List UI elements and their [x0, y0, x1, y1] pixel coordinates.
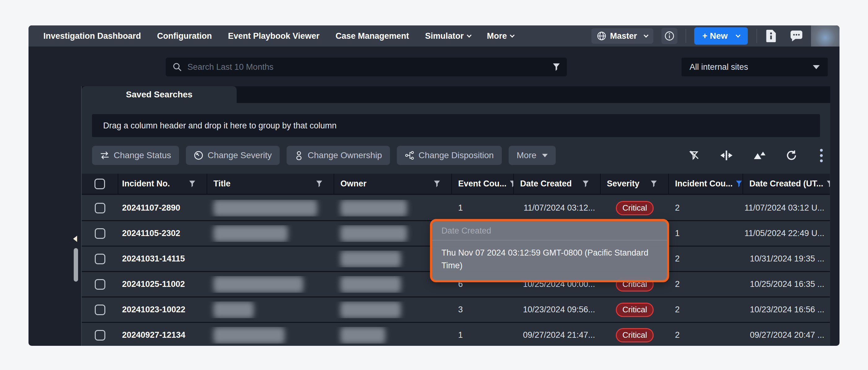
incident-number-cell[interactable]: 20241105-2302 [118, 229, 207, 238]
global-search [166, 58, 567, 76]
incident-number-cell[interactable]: 20240927-12134 [118, 330, 207, 340]
table-row[interactable]: 20241107-2890 1 11/07/2024 03:12... Crit… [82, 196, 830, 221]
row-checkbox[interactable] [95, 305, 105, 315]
chevron-down-icon [467, 33, 472, 37]
filter-icon[interactable] [509, 180, 514, 188]
table-row[interactable]: 20240927-12134 1 09/27/2024 21:47... Cri… [82, 323, 830, 346]
chevron-down-icon [736, 33, 741, 37]
site-filter-dropdown[interactable]: All internal sites [682, 58, 828, 76]
date-created-utc-cell: 10/31/2024 19:35 ... [743, 254, 830, 264]
search-icon [173, 62, 182, 72]
change-severity-button[interactable]: Change Severity [186, 146, 280, 165]
nav-investigation-dashboard[interactable]: Investigation Dashboard [43, 31, 141, 41]
master-tenant-dropdown[interactable]: Master [591, 28, 653, 44]
user-avatar[interactable] [811, 25, 839, 47]
info-button[interactable] [661, 28, 678, 44]
page-background: Investigation Dashboard Configuration Ev… [0, 0, 868, 370]
new-button[interactable]: + New [694, 27, 748, 45]
incident-number-cell[interactable]: 20241025-11002 [118, 279, 207, 289]
row-checkbox[interactable] [95, 254, 105, 264]
nav-case-management[interactable]: Case Management [336, 31, 409, 41]
nav-label: Investigation Dashboard [43, 31, 141, 41]
navbar-right-cluster: Master + New [591, 25, 839, 47]
incident-count-cell: 2 [669, 305, 743, 314]
nav-configuration[interactable]: Configuration [157, 31, 212, 41]
kebab-menu-icon[interactable] [817, 148, 825, 164]
title-cell [207, 225, 334, 242]
column-resize-icon[interactable] [720, 150, 733, 161]
redacted-title [213, 225, 288, 242]
top-navbar: Investigation Dashboard Configuration Ev… [29, 25, 839, 47]
column-header-severity[interactable]: Severity [601, 174, 669, 194]
button-label: More [517, 150, 536, 160]
saved-searches-panel: Saved Searches Drag a column header and … [81, 86, 830, 346]
column-header-title[interactable]: Title [207, 174, 334, 194]
clear-filter-icon[interactable] [689, 150, 700, 161]
document-info-icon[interactable] [766, 30, 776, 42]
search-filter-icon[interactable] [553, 63, 560, 71]
table-header: Incident No. Title Owner Event Cou... Da… [82, 174, 830, 195]
column-label: Date Created [520, 179, 572, 189]
button-label: Change Status [114, 150, 171, 160]
refresh-icon[interactable] [786, 150, 797, 161]
redacted-owner [340, 200, 407, 217]
filter-icon[interactable] [827, 180, 830, 188]
filter-icon[interactable] [434, 180, 440, 188]
nav-simulator[interactable]: Simulator [425, 31, 471, 41]
checkbox-cell [82, 254, 118, 264]
nav-label: Event Playbook Viewer [228, 31, 319, 41]
group-by-dropzone[interactable]: Drag a column header and drop it here to… [92, 114, 820, 137]
column-header-incident-no[interactable]: Incident No. [118, 174, 207, 194]
title-cell [207, 302, 334, 318]
nav-more[interactable]: More [487, 31, 514, 41]
change-status-button[interactable]: Change Status [92, 146, 179, 165]
filter-icon[interactable] [582, 180, 589, 188]
row-checkbox[interactable] [95, 330, 105, 341]
vertical-scrollbar-thumb[interactable] [74, 248, 78, 282]
row-checkbox[interactable] [95, 203, 105, 214]
filter-icon[interactable] [189, 180, 195, 188]
filter-icon[interactable] [316, 180, 322, 188]
column-header-date-created[interactable]: Date Created [514, 174, 601, 194]
nav-event-playbook-viewer[interactable]: Event Playbook Viewer [228, 31, 319, 41]
redacted-owner [340, 225, 407, 242]
change-ownership-button[interactable]: Change Ownership [286, 146, 390, 165]
flow-icon [405, 151, 414, 160]
main-nav: Investigation Dashboard Configuration Ev… [29, 31, 514, 41]
incident-count-cell: 2 [669, 254, 743, 264]
collapse-arrow-icon[interactable] [73, 236, 77, 242]
active-filter-icon[interactable] [736, 180, 742, 188]
incident-number-cell[interactable]: 20241107-2890 [118, 203, 207, 213]
table-row[interactable]: 20241023-10022 3 10/23/2024 09:56... Cri… [82, 297, 830, 323]
group-by-hint: Drag a column header and drop it here to… [103, 121, 336, 131]
button-label: Change Disposition [418, 150, 494, 160]
row-checkbox[interactable] [95, 279, 105, 290]
filter-icon[interactable] [651, 180, 657, 188]
search-input[interactable] [187, 62, 547, 72]
redacted-title [213, 327, 285, 344]
tooltip-title: Date Created [432, 221, 667, 240]
event-count-cell: 1 [452, 203, 514, 213]
column-header-event-count[interactable]: Event Cou... [452, 174, 514, 194]
tooltip-body: Thu Nov 07 2024 03:12:59 GMT-0800 (Pacif… [432, 240, 667, 280]
tab-saved-searches[interactable]: Saved Searches [82, 86, 237, 103]
incident-number-cell[interactable]: 20241031-14115 [118, 254, 207, 264]
event-count-cell: 3 [452, 305, 514, 314]
clear-sort-icon[interactable] [753, 151, 766, 160]
nav-label: Configuration [157, 31, 212, 41]
incident-count-cell: 2 [669, 203, 743, 213]
change-disposition-button[interactable]: Change Disposition [397, 146, 502, 165]
more-actions-button[interactable]: More [509, 146, 556, 165]
incident-number-cell[interactable]: 20241023-10022 [118, 305, 207, 314]
new-button-label: + New [702, 31, 728, 41]
chat-icon[interactable] [790, 30, 803, 42]
gauge-icon [194, 151, 203, 160]
select-all-checkbox[interactable] [94, 179, 105, 189]
column-header-date-created-utc[interactable]: Date Created (UT... [743, 174, 830, 194]
date-created-utc-cell: 09/27/2024 20:47 ... [743, 330, 830, 340]
globe-icon [597, 31, 606, 40]
row-checkbox[interactable] [95, 228, 105, 239]
chevron-down-icon [644, 33, 649, 37]
column-header-owner[interactable]: Owner [334, 174, 452, 194]
column-header-incident-count[interactable]: Incident Cou... [669, 174, 743, 194]
